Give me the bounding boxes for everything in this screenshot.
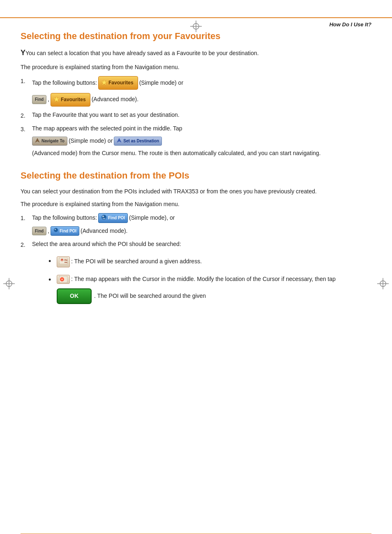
main-content: Selecting the destination from your Favo… — [0, 31, 392, 328]
s2-step1-advanced-label: (Advanced mode). — [81, 227, 127, 236]
nav-icon — [35, 138, 40, 145]
step3-simple-label: (Simple mode) or — [69, 137, 113, 146]
section2-steps: 1. Tap the following buttons: — [21, 213, 371, 311]
comma-sep: , — [48, 95, 49, 104]
svg-point-23 — [62, 279, 62, 280]
find-addr-icon: A Find Address — [59, 258, 67, 266]
header-title: How Do I Use It? — [329, 21, 371, 28]
svg-point-12 — [102, 216, 104, 217]
svg-point-14 — [55, 229, 56, 230]
around-cursor-button[interactable] — [57, 275, 70, 284]
svg-marker-10 — [117, 138, 121, 142]
bullet-around-cursor: • — [48, 275, 336, 304]
section1-steps: 1. Tap the following buttons: ★ Favourit… — [21, 76, 371, 158]
bullet-list: • — [48, 256, 336, 311]
star-icon-2: ★ — [53, 95, 59, 105]
find-poi-button-advanced[interactable]: Find POI — [51, 226, 79, 236]
step1-simple-mode-label: (Simple mode) or — [139, 79, 183, 88]
step3-text-before: The map appears with the selected point … — [32, 124, 182, 133]
bullet-find-address: • — [48, 256, 336, 267]
find-button[interactable]: Find — [32, 95, 46, 104]
crosshair-top — [190, 21, 202, 33]
section2-step-1: 1. Tap the following buttons: — [21, 213, 371, 236]
step2-text: Tap the Favourite that you want to set a… — [32, 111, 180, 120]
crosshair-right — [377, 278, 389, 291]
svg-point-13 — [54, 228, 58, 232]
favourites-button-advanced[interactable]: ★ Favourites — [51, 93, 90, 107]
svg-text:A: A — [61, 259, 63, 262]
step-3: 3. The map appears with the selected poi… — [21, 124, 371, 158]
s2-step2-text: Select the area around which the POI sho… — [32, 240, 181, 249]
section2-step-2: 2. Select the area around which the POI … — [21, 240, 371, 311]
find-button-s2[interactable]: Find — [32, 227, 46, 236]
step-2: 2. Tap the Favourite that you want to se… — [21, 111, 371, 121]
crosshair-left — [3, 278, 15, 291]
poi-icon — [101, 214, 107, 222]
dest-icon — [117, 138, 122, 145]
section2-intro2: The procedure is explained starting from… — [21, 200, 371, 209]
svg-marker-9 — [35, 138, 39, 142]
find-address-button[interactable]: A Find Address — [57, 256, 70, 267]
svg-text:Address: Address — [65, 261, 67, 263]
ok-button[interactable]: OK — [57, 288, 92, 304]
step1-text-before: Tap the following buttons: — [32, 79, 97, 88]
step-1: 1. Tap the following buttons: ★ Favourit… — [21, 76, 371, 107]
poi-icon-2 — [53, 228, 58, 234]
step3-text-after: (Advanced mode) from the Cursor menu. Th… — [32, 149, 321, 158]
step1-advanced-mode-label: (Advanced mode). — [92, 95, 138, 104]
s2-step1-simple-label: (Simple mode), or — [129, 214, 175, 223]
section2-intro1: You can select your destination from the… — [21, 187, 371, 196]
set-as-destination-button[interactable]: Set as Destination — [114, 137, 162, 146]
bullet2-text-after: . The POI will be searched around the gi… — [94, 292, 206, 301]
section2-title: Selecting the destination from the POIs — [21, 170, 371, 181]
navigate-to-button[interactable]: Navigate To — [32, 137, 67, 146]
favourites-button-simple[interactable]: ★ Favourites — [98, 76, 138, 90]
s2-step1-text-before: Tap the following buttons: — [32, 214, 97, 223]
section1-intro1: YYou can select a location that you have… — [21, 47, 371, 59]
section1-intro2: The procedure is explained starting from… — [21, 63, 371, 72]
star-icon: ★ — [101, 78, 107, 88]
find-poi-button-simple[interactable]: Find POI — [98, 213, 128, 223]
bullet1-text: : The POI will be searched around a give… — [71, 257, 202, 266]
bullet2-text-before: : The map appears with the Cursor in the… — [71, 275, 336, 284]
